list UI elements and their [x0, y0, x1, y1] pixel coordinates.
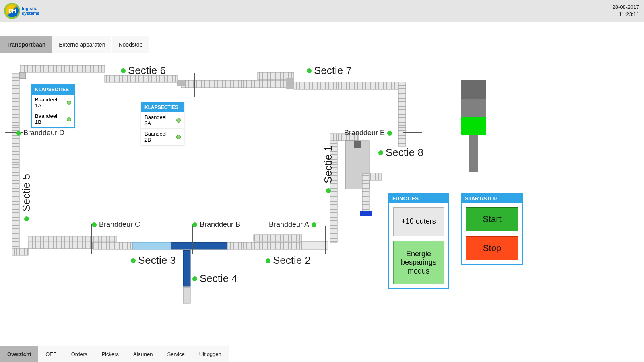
svg-rect-29	[28, 236, 117, 242]
tab-pickers[interactable]: Pickers	[94, 346, 126, 362]
stop-button[interactable]: Stop	[466, 236, 518, 260]
section-3-label: Sectie 3	[131, 254, 176, 267]
status-dot-icon	[131, 258, 136, 263]
svg-rect-19	[183, 250, 190, 286]
svg-rect-26	[362, 174, 369, 212]
svg-rect-17	[227, 242, 302, 249]
status-dot-icon	[176, 135, 181, 139]
status-dot-icon	[121, 68, 126, 73]
section-2-label: Sectie 2	[266, 254, 311, 267]
tab-oee[interactable]: OEE	[38, 346, 64, 362]
status-dot-icon	[312, 222, 316, 227]
tab-service[interactable]: Service	[160, 346, 192, 362]
panel-header: START/STOP	[462, 194, 522, 203]
overview-canvas: Sectie 6 Sectie 7 Sectie 8 Sectie 2 Sect…	[0, 53, 644, 323]
energy-saving-mode-button[interactable]: Energie besparings modus	[393, 241, 444, 284]
tabs-top: Transportbaan Externe apparaten Noodstop	[0, 36, 644, 53]
stacklight-seg-2	[461, 99, 486, 117]
baandeel-2b-row[interactable]: Baandeel 2B	[141, 129, 184, 145]
logo-initials: DH	[8, 8, 16, 14]
datetime-display: 28-08-2017 11:23:11	[613, 4, 640, 18]
status-dot-icon	[326, 188, 331, 193]
startstop-panel: START/STOP Start Stop	[461, 193, 523, 265]
svg-rect-6	[181, 80, 290, 88]
firedoor-b-label: Branddeur B	[192, 220, 240, 229]
status-dot-icon	[192, 276, 197, 281]
stacklight-seg-1	[461, 80, 486, 99]
status-dot-icon	[378, 150, 383, 155]
panel-header: KLAPSECTIES	[141, 103, 184, 112]
stacklight-seg-3	[461, 117, 486, 135]
section-7-label: Sectie 7	[307, 64, 352, 77]
status-dot-icon	[307, 68, 312, 73]
svg-rect-21	[254, 235, 302, 241]
section-6-label: Sectie 6	[121, 64, 166, 77]
svg-rect-15	[133, 242, 171, 249]
svg-rect-10	[12, 73, 19, 250]
section-5-label: Sectie 5	[20, 174, 33, 221]
app-header: DH logistic systems 28-08-2017 11:23:11	[0, 0, 644, 22]
start-button[interactable]: Start	[466, 207, 518, 231]
status-dot-icon	[192, 222, 197, 227]
svg-rect-20	[183, 287, 190, 303]
svg-rect-8	[294, 82, 398, 89]
logo-text: logistic systems	[22, 6, 39, 16]
tab-orders[interactable]: Orders	[64, 346, 95, 362]
svg-rect-4	[20, 65, 105, 72]
baandeel-2a-row[interactable]: Baandeel 2A	[141, 112, 184, 129]
tab-externe-apparaten[interactable]: Externe apparaten	[52, 36, 112, 53]
status-dot-icon	[387, 131, 392, 136]
time-display: 11:23:11	[613, 11, 640, 18]
tab-uitloggen[interactable]: Uitloggen	[192, 346, 229, 362]
plus10-outers-button[interactable]: +10 outers	[393, 207, 444, 236]
svg-rect-13	[28, 241, 93, 249]
panel-header: FUNCTIES	[389, 194, 448, 203]
klapsecties-panel-2: KLAPSECTIES Baandeel 2A Baandeel 2B	[141, 102, 184, 145]
section-4-label: Sectie 4	[192, 272, 237, 285]
baandeel-1a-row[interactable]: Baandeel 1A	[32, 95, 74, 111]
tabs-bottom: Overzicht OEE Orders Pickers Alarmen Ser…	[0, 346, 644, 362]
svg-rect-18	[302, 241, 328, 249]
svg-rect-11	[19, 72, 26, 79]
status-dot-icon	[176, 118, 181, 123]
section-1-label: Sectie 1	[322, 146, 334, 193]
svg-rect-30	[177, 80, 185, 86]
tab-transportbaan[interactable]: Transportbaan	[0, 36, 52, 53]
svg-rect-25	[354, 141, 361, 148]
status-dot-icon	[92, 222, 97, 227]
logo-icon: DH	[5, 4, 19, 18]
stacklight-pole	[469, 135, 478, 172]
svg-rect-9	[398, 82, 406, 146]
svg-rect-16	[171, 242, 227, 249]
tab-overzicht[interactable]: Overzicht	[0, 346, 38, 362]
baandeel-1b-row[interactable]: Baandeel 1B	[32, 111, 74, 127]
date-display: 28-08-2017	[613, 4, 640, 11]
functies-panel: FUNCTIES +10 outers Energie besparings m…	[388, 193, 449, 289]
svg-rect-31	[286, 78, 294, 89]
status-dot-icon	[16, 131, 21, 136]
status-dot-icon	[24, 216, 29, 221]
stack-light	[461, 80, 486, 172]
tab-noodstop[interactable]: Noodstop	[112, 36, 149, 53]
svg-rect-28	[369, 173, 382, 180]
firedoor-c-label: Branddeur C	[92, 220, 140, 229]
status-dot-icon	[67, 117, 71, 121]
tab-alarmen[interactable]: Alarmen	[126, 346, 160, 362]
status-dot-icon	[67, 101, 71, 105]
firedoor-d-label: Branddeur D	[16, 129, 64, 137]
klapsecties-panel-1: KLAPSECTIES Baandeel 1A Baandeel 1B	[31, 84, 75, 128]
svg-rect-14	[93, 242, 133, 249]
status-dot-icon	[266, 258, 270, 263]
firedoor-e-label: Branddeur E	[344, 129, 392, 137]
svg-rect-12	[12, 248, 28, 255]
panel-header: KLAPSECTIES	[32, 85, 74, 95]
firedoor-a-label: Branddeur A	[269, 220, 316, 229]
svg-rect-27	[360, 211, 372, 216]
logo: DH logistic systems	[5, 4, 39, 18]
section-8-label: Sectie 8	[378, 146, 423, 159]
